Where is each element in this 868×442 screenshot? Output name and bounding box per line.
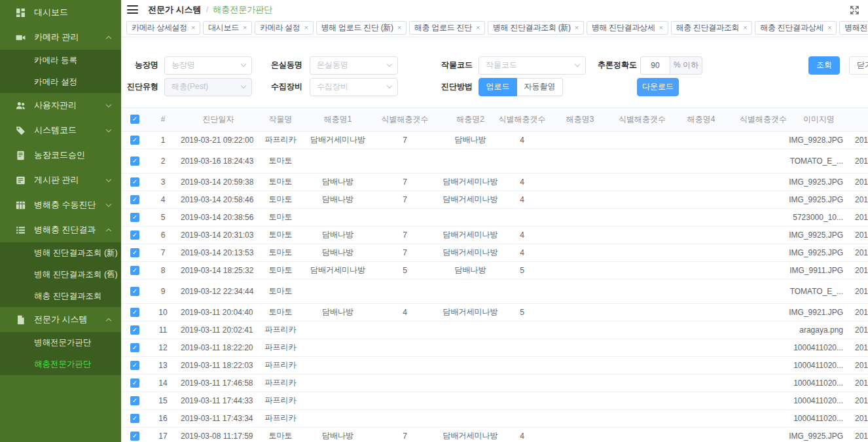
tab-close-icon[interactable]: × xyxy=(476,24,480,31)
tab-close-icon[interactable]: × xyxy=(827,24,831,31)
row-checkbox[interactable] xyxy=(130,157,139,166)
sidebar-subitem-camera-register[interactable]: 카메라 등록 xyxy=(0,50,121,71)
farm-select[interactable]: 농장명 xyxy=(164,56,252,75)
tab-pest-diagnosis-detail[interactable]: 해충 진단결과상세× xyxy=(755,21,837,35)
download-button[interactable]: 다운로드 xyxy=(637,78,679,96)
row-checkbox[interactable] xyxy=(130,177,139,187)
sidebar-subitem-pest-results[interactable]: 해충 진단결과조회 xyxy=(0,285,121,307)
tab-close-icon[interactable]: × xyxy=(659,24,663,31)
table-row[interactable]: 32019-03-14 20:59:38토마토담배나방7담배거세미나방4IMG_… xyxy=(121,174,868,191)
cell-crop: 토마토 xyxy=(259,306,302,318)
row-checkbox[interactable] xyxy=(130,414,139,423)
cell-image: IMG_9911.JPG xyxy=(788,266,850,275)
greenhouse-select[interactable]: 온실동명 xyxy=(310,56,398,75)
tab-disease-upload-diagnosis-new[interactable]: 병해 업로드 진단 (新)× xyxy=(316,21,407,35)
table-row[interactable]: 102019-03-11 20:04:40토마토담배나방4담배거세미나방5IMG… xyxy=(121,304,868,322)
tab-close-icon[interactable]: × xyxy=(243,24,247,31)
row-checkbox[interactable] xyxy=(130,308,139,317)
sidebar-item-pest-diagnosis-results[interactable]: 병해충 진단결과 xyxy=(0,217,121,242)
tab-close-icon[interactable]: × xyxy=(397,24,401,31)
sidebar-item-expert-system[interactable]: 전문가 시스템 xyxy=(0,307,121,332)
select-all-checkbox[interactable] xyxy=(130,115,139,124)
device-select[interactable]: 수집장비 xyxy=(310,78,398,96)
row-checkbox[interactable] xyxy=(130,136,139,145)
row-checkbox[interactable] xyxy=(130,325,139,335)
sidebar-item-user-management[interactable]: 사용자관리 xyxy=(0,93,121,118)
fullscreen-icon[interactable] xyxy=(850,5,859,15)
row-checkbox[interactable] xyxy=(130,343,139,352)
table-row[interactable]: 132019-03-11 18:22:03파프리카1000411020...20… xyxy=(121,357,868,375)
column-header-date: 진단일자 xyxy=(177,114,259,125)
sidebar-subitem-camera-settings[interactable]: 카메라 설정 xyxy=(0,71,121,93)
tab-close-icon[interactable]: × xyxy=(191,24,195,31)
table-row[interactable]: 112019-03-11 20:02:41파프리카aragaya.png2019 xyxy=(121,322,868,339)
dashboard-icon xyxy=(16,8,26,18)
sidebar-item-dashboard[interactable]: 대시보드 xyxy=(0,0,121,25)
row-checkbox[interactable] xyxy=(130,266,139,275)
close-button[interactable]: 닫기 xyxy=(849,56,868,75)
table-row[interactable]: 72019-03-14 20:13:53토마토담배나방7담배거세미나방4IMG_… xyxy=(121,244,868,262)
method-upload-button[interactable]: 업로드 xyxy=(479,78,517,96)
diagnosis-type-select[interactable]: 해충(Pest) xyxy=(164,78,252,96)
sidebar-subitem-disease-results-new[interactable]: 병해 진단결과조회 (新) xyxy=(0,242,121,264)
sidebar-subitem-pest-expert-judgment[interactable]: 해충전문가판단 xyxy=(0,354,121,375)
tab-disease-diagnosis-results-new[interactable]: 병해 진단결과조회 (新)× xyxy=(488,21,584,35)
filter-row-2: 진단유형 해충(Pest) 수집장비 수집장비 진단방법 업로드 자동촬영 다운… xyxy=(121,78,868,96)
row-checkbox[interactable] xyxy=(130,432,139,441)
cell-pest2: 담배나방 xyxy=(436,134,505,145)
tab-label: 병해 진단결과상세 xyxy=(592,22,655,33)
crop-code-select[interactable]: 작물코드 xyxy=(479,56,586,75)
table-row[interactable]: 162019-03-11 17:43:34파프리카1000411020...20… xyxy=(121,410,868,428)
row-checkbox[interactable] xyxy=(130,396,139,405)
table-row[interactable]: 152019-03-11 17:44:33파프리카1000411020...20… xyxy=(121,392,868,410)
accuracy-input[interactable] xyxy=(640,56,670,75)
row-checkbox[interactable] xyxy=(130,378,139,388)
tab-disease-diagnosis-detail[interactable]: 병해 진단결과상세× xyxy=(587,21,668,35)
cell-check xyxy=(121,177,149,187)
tab-close-icon[interactable]: × xyxy=(575,24,579,31)
row-checkbox[interactable] xyxy=(130,195,139,204)
sidebar-subitem-disease-expert-judgment[interactable]: 병해전문가판단 xyxy=(0,332,121,354)
row-checkbox[interactable] xyxy=(130,361,139,370)
tab-dashboard[interactable]: 대시보드× xyxy=(203,21,252,35)
sidebar-item-label: 대시보드 xyxy=(34,7,68,18)
search-button[interactable]: 조회 xyxy=(808,56,840,75)
breadcrumb-current: 해충전문가판단 xyxy=(213,4,272,16)
table-row[interactable]: 62019-03-14 20:31:03토마토담배나방7담배거세미나방4IMG_… xyxy=(121,227,868,244)
sidebar-item-system-code[interactable]: 시스템코드 xyxy=(0,118,121,143)
sidebar-item-board-management[interactable]: 게시판 관리 xyxy=(0,168,121,193)
device-label: 수집장비 xyxy=(252,81,302,92)
tab-close-icon[interactable]: × xyxy=(304,24,308,31)
row-checkbox[interactable] xyxy=(130,213,139,222)
table-row[interactable]: 52019-03-14 20:38:56토마토5723000_10...2019 xyxy=(121,209,868,227)
sidebar-subitem-disease-results-old[interactable]: 병해 진단결과조회 (舊) xyxy=(0,264,121,285)
table-row[interactable]: 42019-03-14 20:58:46토마토담배나방7담배거세미나방4IMG_… xyxy=(121,191,868,209)
tab-camera-detail-settings[interactable]: 카메라 상세설정× xyxy=(126,21,200,35)
sidebar-item-pest-manual-diagnosis[interactable]: 병해충 수동진단 xyxy=(0,193,121,217)
tab-pest-diagnosis-results[interactable]: 해충 진단결과조회× xyxy=(671,21,753,35)
cell-count2: 4 xyxy=(505,136,539,145)
table-row[interactable]: 122019-03-11 18:22:20파프리카1000411020...20… xyxy=(121,339,868,357)
row-checkbox[interactable] xyxy=(130,287,139,296)
tab-close-icon[interactable]: × xyxy=(743,24,747,31)
cell-check xyxy=(121,266,149,275)
cell-pest2: 담배나방 xyxy=(436,265,505,276)
table-row[interactable]: 22019-03-16 18:24:43토마토TOMATO_E_...2019 xyxy=(121,149,868,174)
table-row[interactable]: 12019-03-21 09:22:00파프리카담배거세미나방7담배나방4IMG… xyxy=(121,132,868,149)
tab-pest-upload-diagnosis[interactable]: 해충 업로드 진단× xyxy=(409,21,485,35)
cell-count1: 5 xyxy=(374,266,436,275)
sidebar-item-camera-management[interactable]: 카메라 관리 xyxy=(0,25,121,50)
menu-icon[interactable] xyxy=(127,5,138,14)
tab-camera-settings[interactable]: 카메라 설정× xyxy=(255,21,314,35)
tab-disease-expert-judgment[interactable]: 병해전문가판단× xyxy=(839,21,868,35)
sidebar-item-farm-code-approval[interactable]: 농장코드승인 xyxy=(0,143,121,168)
breadcrumb-separator: / xyxy=(206,5,209,14)
cell-count2: 4 xyxy=(505,432,539,441)
row-checkbox[interactable] xyxy=(130,230,139,240)
table-row[interactable]: 82019-03-14 18:25:32토마토담배거세미나방5담배나방5IMG_… xyxy=(121,262,868,280)
table-row[interactable]: 172019-03-08 11:17:59토마토담배나방7담배거세미나방4IMG… xyxy=(121,428,868,442)
row-checkbox[interactable] xyxy=(130,248,139,257)
method-auto-button[interactable]: 자동촬영 xyxy=(517,78,563,96)
table-row[interactable]: 92019-03-12 22:34:44토마토TOMATO_E_...2019 xyxy=(121,280,868,304)
table-row[interactable]: 142019-03-11 17:46:58파프리카1000411020...20… xyxy=(121,375,868,392)
